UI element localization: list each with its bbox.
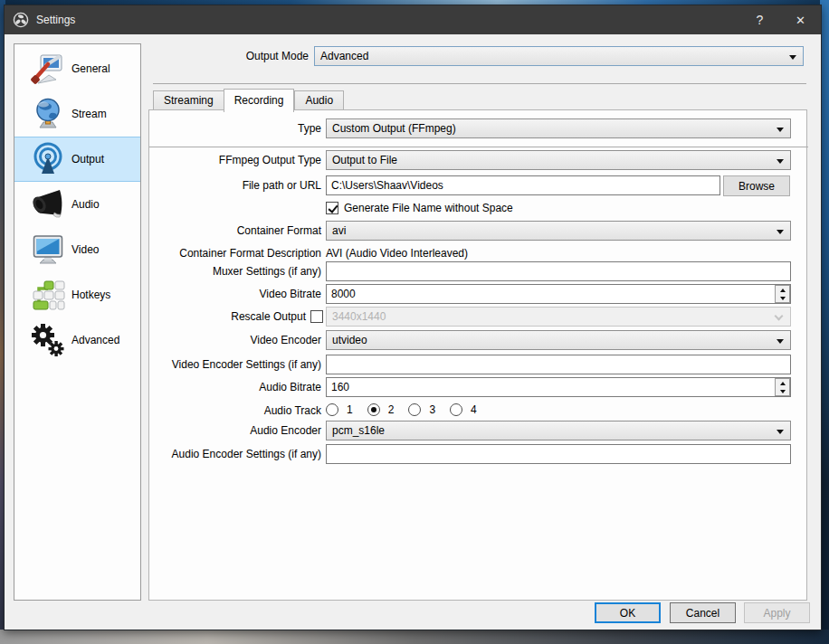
help-button[interactable]: ? (739, 5, 780, 34)
video-encoder-settings-field[interactable] (326, 355, 791, 374)
ffmpeg-output-type-select[interactable]: Output to File (326, 150, 791, 170)
chevron-down-icon (777, 230, 784, 234)
desktop-bottom-strip (0, 630, 829, 644)
file-path-input[interactable] (326, 175, 720, 195)
sidebar-item-hotkeys[interactable]: Hotkeys (14, 272, 140, 317)
rescale-resolution-value: 3440x1440 (332, 310, 386, 323)
container-format-select[interactable]: avi (326, 221, 791, 241)
settings-category-list: General Stream (14, 43, 141, 601)
audio-encoder-settings-field[interactable] (326, 444, 791, 464)
audio-bitrate-input[interactable] (326, 377, 791, 397)
audio-track-options: 1 2 3 4 (326, 402, 483, 417)
generate-filename-row[interactable]: Generate File Name without Space (326, 201, 513, 215)
rescale-output-checkbox[interactable] (310, 310, 323, 323)
generate-filename-label: Generate File Name without Space (344, 202, 513, 214)
sidebar-item-label: Stream (71, 108, 107, 120)
chevron-down-icon (775, 312, 784, 321)
muxer-settings-label: Muxer Settings (if any) (149, 261, 321, 281)
file-path-field[interactable] (326, 175, 720, 195)
audio-track-option-label: 3 (429, 403, 435, 416)
audio-encoder-label: Audio Encoder (149, 421, 321, 440)
general-toolkit-icon (31, 52, 65, 86)
muxer-settings-input[interactable] (326, 261, 791, 281)
generate-filename-checkbox[interactable] (326, 202, 338, 214)
tab-recording[interactable]: Recording (224, 89, 295, 112)
audio-track-radio-1[interactable] (326, 403, 338, 416)
settings-window: Settings ? ✕ General (4, 5, 822, 630)
video-bitrate-label: Video Bitrate (149, 284, 321, 304)
advanced-gears-icon (31, 323, 65, 357)
spin-down-icon[interactable] (776, 387, 789, 395)
browse-button[interactable]: Browse (723, 175, 790, 196)
spin-down-icon[interactable] (776, 294, 789, 302)
audio-bitrate-spinner[interactable] (775, 378, 790, 396)
video-encoder-settings-input[interactable] (326, 355, 791, 374)
container-format-description-value: AVI (Audio Video Interleaved) (326, 243, 468, 263)
output-mode-label: Output Mode (146, 46, 309, 66)
audio-encoder-settings-input[interactable] (326, 444, 791, 464)
audio-bitrate-field[interactable] (326, 377, 791, 397)
ffmpeg-output-type-label: FFmpeg Output Type (149, 150, 321, 170)
audio-track-option-label: 1 (347, 403, 353, 416)
file-path-label: File path or URL (149, 175, 321, 195)
divider (149, 147, 808, 147)
type-select[interactable]: Custom Output (FFmpeg) (326, 118, 791, 138)
spin-up-icon[interactable] (776, 379, 789, 387)
output-tab-bar: Streaming Recording Audio (153, 89, 344, 110)
sidebar-item-general[interactable]: General (14, 46, 140, 91)
video-encoder-value: utvideo (332, 334, 367, 346)
video-monitor-icon (31, 232, 65, 267)
audio-track-option-label: 2 (388, 403, 395, 416)
close-button[interactable]: ✕ (780, 5, 821, 34)
spin-up-icon[interactable] (776, 286, 789, 294)
audio-track-radio-4[interactable] (450, 403, 462, 416)
audio-track-label: Audio Track (149, 401, 321, 421)
audio-track-option-label: 4 (471, 403, 477, 416)
sidebar-item-output[interactable]: Output (14, 137, 140, 182)
audio-speaker-icon (31, 187, 65, 222)
cancel-button[interactable]: Cancel (670, 602, 736, 623)
container-format-label: Container Format (149, 221, 321, 241)
tab-audio[interactable]: Audio (294, 90, 344, 110)
audio-encoder-select[interactable]: pcm_s16le (326, 421, 791, 440)
output-broadcast-icon (31, 142, 65, 176)
sidebar-item-label: Advanced (71, 334, 119, 346)
obs-logo-icon (13, 12, 29, 28)
titlebar[interactable]: Settings ? ✕ (5, 5, 821, 34)
divider (153, 83, 806, 84)
chevron-down-icon (777, 430, 784, 434)
rescale-output-label: Rescale Output (149, 307, 306, 327)
chevron-down-icon (777, 128, 784, 132)
video-bitrate-input[interactable] (326, 284, 791, 304)
sidebar-item-label: Video (71, 243, 99, 256)
audio-track-radio-2[interactable] (367, 403, 380, 416)
sidebar-item-audio[interactable]: Audio (14, 182, 140, 227)
stream-globe-icon (31, 97, 65, 131)
sidebar-item-advanced[interactable]: Advanced (14, 317, 140, 363)
window-title: Settings (36, 14, 75, 26)
video-bitrate-spinner[interactable] (775, 285, 790, 303)
audio-track-radio-3[interactable] (408, 403, 421, 416)
video-encoder-settings-label: Video Encoder Settings (if any) (149, 355, 321, 374)
sidebar-item-label: Audio (71, 198, 100, 211)
chevron-down-icon (777, 159, 784, 164)
sidebar-item-video[interactable]: Video (14, 227, 140, 272)
tab-streaming[interactable]: Streaming (153, 90, 224, 110)
output-mode-select[interactable]: Advanced (314, 46, 804, 66)
video-bitrate-field[interactable] (326, 284, 791, 304)
sidebar-item-label: Hotkeys (71, 289, 110, 301)
video-encoder-select[interactable]: utvideo (326, 330, 791, 350)
type-value: Custom Output (FFmpeg) (332, 122, 456, 135)
sidebar-item-label: General (71, 62, 110, 75)
sidebar-item-stream[interactable]: Stream (14, 91, 140, 137)
hotkeys-keyboard-icon (31, 278, 65, 312)
rescale-resolution-select: 3440x1440 (326, 307, 791, 327)
ok-button[interactable]: OK (595, 602, 661, 623)
ffmpeg-output-type-value: Output to File (332, 154, 397, 166)
sidebar-item-label: Output (71, 153, 104, 166)
container-format-value: avi (332, 224, 346, 237)
container-format-description-label: Container Format Description (149, 243, 321, 263)
apply-button[interactable]: Apply (744, 602, 810, 623)
muxer-settings-field[interactable] (326, 261, 791, 281)
recording-settings-pane: Type Custom Output (FFmpeg) FFmpeg Outpu… (148, 109, 807, 601)
